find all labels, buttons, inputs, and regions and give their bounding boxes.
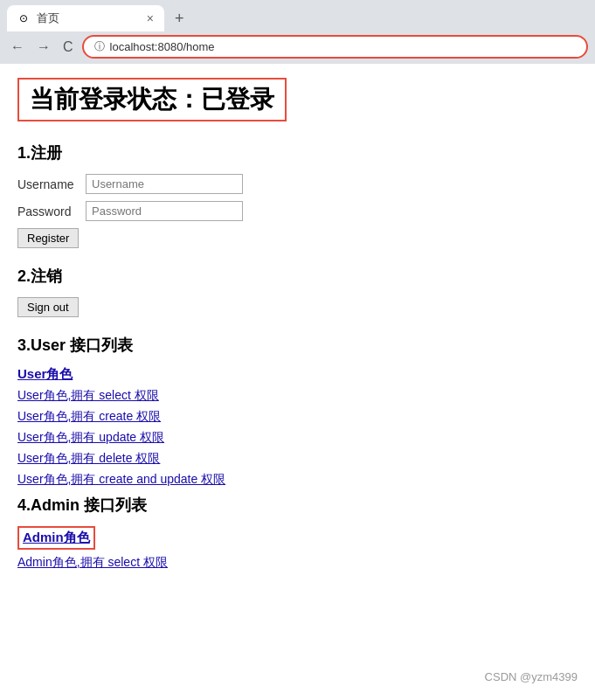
browser-chrome: ⊙ 首页 × + ← → C ⓘ localhost:8080/home — [0, 0, 595, 64]
browser-tab[interactable]: ⊙ 首页 × — [7, 5, 164, 31]
admin-role-link[interactable]: Admin角色 — [23, 530, 90, 546]
list-item[interactable]: User角色,拥有 delete 权限 — [17, 451, 578, 467]
username-label: Username — [17, 177, 79, 191]
user-links-list: User角色,拥有 select 权限User角色,拥有 create 权限Us… — [17, 388, 578, 488]
section1-title: 1.注册 — [17, 142, 578, 163]
address-bar-row: ← → C ⓘ localhost:8080/home — [0, 31, 595, 64]
new-tab-button[interactable]: + — [168, 6, 191, 31]
list-item[interactable]: User角色,拥有 update 权限 — [17, 430, 578, 446]
signout-button[interactable]: Sign out — [17, 297, 79, 317]
refresh-button[interactable]: C — [59, 38, 77, 56]
password-row: Password — [17, 201, 578, 221]
user-role-link[interactable]: User角色 — [17, 366, 578, 383]
login-status-text: 当前登录状态：已登录 — [30, 86, 274, 113]
list-item[interactable]: User角色,拥有 select 权限 — [17, 388, 578, 404]
tab-label: 首页 — [37, 10, 140, 26]
admin-role-box: Admin角色 — [17, 526, 95, 550]
section4-title: 4.Admin 接口列表 — [17, 495, 578, 516]
tab-bar: ⊙ 首页 × + — [0, 0, 595, 31]
back-button[interactable]: ← — [7, 38, 28, 56]
address-lock-icon: ⓘ — [94, 39, 105, 54]
section2-title: 2.注销 — [17, 266, 578, 287]
tab-favicon-icon: ⊙ — [17, 12, 30, 24]
section3-title: 3.User 接口列表 — [17, 335, 578, 356]
list-item[interactable]: User角色,拥有 create and update 权限 — [17, 472, 578, 488]
password-input[interactable] — [86, 201, 243, 221]
address-url: localhost:8080/home — [110, 40, 215, 53]
address-box[interactable]: ⓘ localhost:8080/home — [82, 35, 588, 59]
login-status-box: 当前登录状态：已登录 — [17, 78, 287, 121]
forward-button[interactable]: → — [33, 38, 54, 56]
list-item[interactable]: User角色,拥有 create 权限 — [17, 409, 578, 425]
username-row: Username — [17, 174, 578, 194]
register-button[interactable]: Register — [17, 228, 79, 248]
password-label: Password — [17, 204, 79, 218]
tab-close-icon[interactable]: × — [147, 12, 154, 24]
watermark: CSDN @yzm4399 — [485, 670, 578, 683]
username-input[interactable] — [86, 174, 243, 194]
page-content: 当前登录状态：已登录 1.注册 Username Password Regist… — [0, 64, 595, 700]
admin-select-link[interactable]: Admin角色,拥有 select 权限 — [17, 555, 578, 571]
